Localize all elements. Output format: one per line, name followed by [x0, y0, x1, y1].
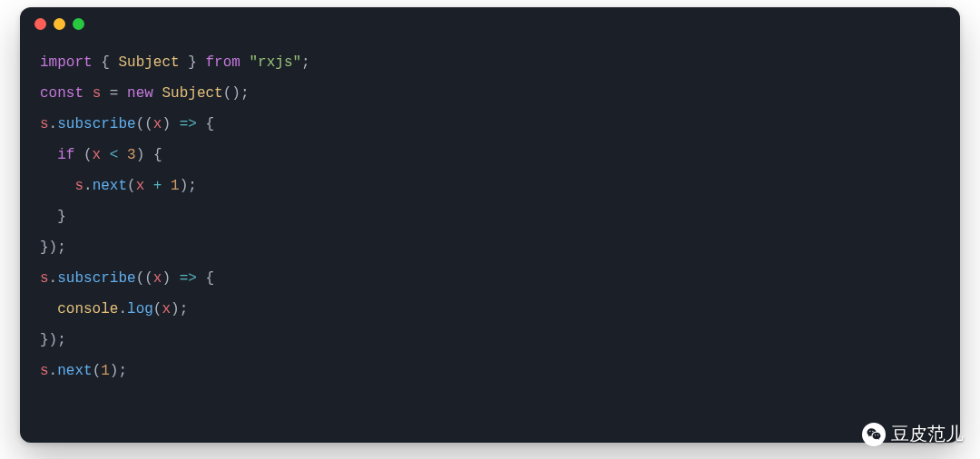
code-token — [144, 147, 153, 163]
code-line: import { Subject } from "rxjs"; — [40, 47, 940, 78]
code-token: (( — [136, 116, 153, 132]
code-token: if — [57, 147, 74, 163]
code-token — [110, 54, 119, 71]
code-token: = — [110, 85, 119, 102]
code-token: next — [57, 363, 92, 379]
traffic-light-minimize[interactable] — [54, 18, 65, 30]
code-line: if (x < 3) { — [40, 140, 940, 171]
wechat-icon — [862, 423, 886, 446]
code-block: import { Subject } from "rxjs";const s =… — [20, 40, 960, 405]
code-token: ( — [93, 363, 102, 379]
code-token — [83, 85, 93, 102]
code-token: . — [83, 178, 93, 194]
code-token — [118, 85, 127, 102]
code-token: ; — [57, 332, 66, 348]
code-token: log — [127, 301, 153, 317]
code-token: 1 — [171, 178, 180, 194]
code-token: s — [40, 116, 49, 132]
code-line: } — [40, 201, 940, 232]
code-token — [40, 209, 57, 225]
code-token: }) — [40, 332, 57, 348]
code-token: . — [118, 301, 127, 317]
code-token: { — [101, 54, 110, 71]
code-token — [93, 54, 102, 71]
code-token: x — [153, 270, 162, 287]
code-token: }) — [40, 239, 57, 256]
traffic-light-close[interactable] — [34, 18, 46, 30]
code-token: { — [205, 116, 214, 132]
code-token: () — [223, 85, 240, 102]
code-token: next — [93, 178, 127, 194]
code-token — [40, 147, 57, 163]
code-token: => — [180, 116, 197, 132]
code-token: ; — [118, 363, 127, 379]
code-token: < — [110, 147, 119, 163]
code-token: ( — [153, 301, 162, 317]
code-token: ) — [110, 363, 119, 379]
code-token — [171, 116, 180, 132]
code-token: 1 — [101, 363, 110, 379]
code-token: } — [57, 209, 66, 225]
code-token: . — [49, 363, 58, 379]
code-token: Subject — [162, 85, 222, 102]
code-token: s — [40, 270, 49, 287]
code-token: console — [57, 301, 118, 317]
code-token — [40, 301, 57, 317]
code-line: s.subscribe((x) => { — [40, 263, 940, 294]
code-line: s.next(1); — [40, 356, 940, 386]
code-token: subscribe — [57, 270, 135, 287]
code-token: . — [49, 270, 58, 287]
code-token: new — [127, 85, 153, 102]
code-token — [101, 85, 110, 102]
code-token: { — [205, 270, 214, 287]
code-token: { — [153, 147, 162, 163]
code-token: s — [74, 178, 83, 194]
code-token: s — [40, 363, 49, 379]
code-token: x — [162, 301, 171, 317]
code-token: "rxjs" — [250, 54, 302, 71]
code-window: import { Subject } from "rxjs";const s =… — [20, 7, 960, 443]
code-token: ) — [162, 116, 171, 132]
code-token — [101, 147, 110, 163]
code-token: ; — [188, 178, 197, 194]
code-token: . — [49, 116, 58, 132]
code-token: ( — [127, 178, 136, 194]
stage: import { Subject } from "rxjs";const s =… — [0, 0, 980, 459]
code-token: ( — [74, 147, 92, 163]
code-token — [118, 147, 127, 163]
code-line: console.log(x); — [40, 294, 940, 325]
code-token — [162, 178, 171, 194]
code-line: s.subscribe((x) => { — [40, 109, 940, 140]
code-token: from — [205, 54, 240, 71]
code-token: (( — [136, 270, 153, 287]
code-token: ; — [301, 54, 310, 71]
code-token — [40, 178, 74, 194]
window-titlebar — [20, 7, 960, 40]
code-token — [180, 54, 189, 71]
code-line: }); — [40, 232, 940, 263]
code-token: x — [153, 116, 162, 132]
code-token: ; — [57, 239, 66, 256]
code-token: Subject — [118, 54, 179, 71]
code-token: } — [188, 54, 197, 71]
code-token: x — [93, 147, 102, 163]
watermark-text: 豆皮范儿 — [891, 422, 964, 446]
traffic-light-zoom[interactable] — [73, 18, 84, 30]
code-token: ; — [180, 301, 189, 317]
code-line: }); — [40, 325, 940, 356]
code-token: ) — [171, 301, 180, 317]
code-token: const — [40, 85, 83, 102]
code-token: 3 — [127, 147, 136, 163]
code-token: import — [40, 54, 93, 71]
code-token: => — [180, 270, 197, 287]
code-token: s — [93, 85, 102, 102]
code-token: ) — [136, 147, 145, 163]
code-token: subscribe — [57, 116, 135, 132]
code-token: ; — [240, 85, 250, 102]
code-token — [171, 270, 180, 287]
code-token: ) — [162, 270, 171, 287]
code-line: const s = new Subject(); — [40, 78, 940, 109]
code-token — [240, 54, 250, 71]
code-token: ) — [180, 178, 189, 194]
code-token: x — [136, 178, 145, 194]
